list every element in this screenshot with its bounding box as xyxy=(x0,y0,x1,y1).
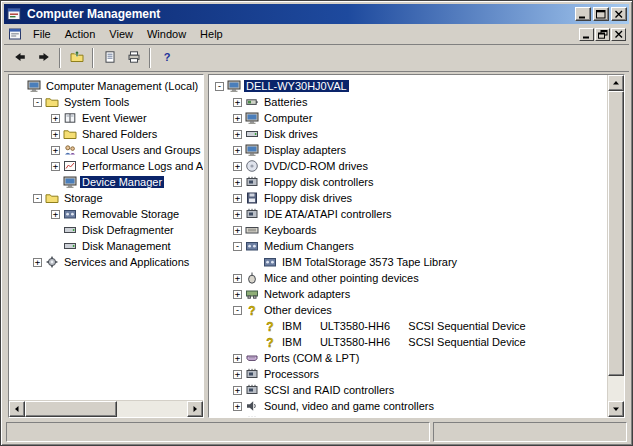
tree-item[interactable]: +Sound, video and game controllers xyxy=(212,398,607,414)
forward-button[interactable] xyxy=(32,47,55,69)
tree-item[interactable]: +Shared Folders xyxy=(12,126,203,142)
expand-toggle[interactable]: - xyxy=(230,306,245,315)
expand-plus-icon[interactable]: + xyxy=(51,162,60,171)
collapse-minus-icon[interactable]: - xyxy=(215,82,224,91)
tree-item[interactable]: +Processors xyxy=(212,366,607,382)
tree-item[interactable]: +Local Users and Groups xyxy=(12,142,203,158)
title-bar[interactable]: Computer Management xyxy=(4,4,629,24)
expand-toggle[interactable]: + xyxy=(230,402,245,411)
expand-toggle[interactable]: - xyxy=(30,98,45,107)
menu-view[interactable]: View xyxy=(102,26,140,42)
expand-toggle[interactable]: + xyxy=(48,114,63,123)
expand-toggle[interactable]: + xyxy=(230,274,245,283)
expand-toggle[interactable]: + xyxy=(230,290,245,299)
tree-item[interactable]: +DVD/CD-ROM drives xyxy=(212,158,607,174)
expand-plus-icon[interactable]: + xyxy=(233,354,242,363)
expand-toggle[interactable]: + xyxy=(230,114,245,123)
expand-plus-icon[interactable]: + xyxy=(233,178,242,187)
expand-plus-icon[interactable]: + xyxy=(233,162,242,171)
expand-plus-icon[interactable]: + xyxy=(51,130,60,139)
expand-toggle[interactable]: + xyxy=(230,194,245,203)
expand-plus-icon[interactable]: + xyxy=(233,402,242,411)
tree-item[interactable]: +Batteries xyxy=(212,94,607,110)
child-restore-button[interactable] xyxy=(595,28,610,41)
tree-item[interactable]: Computer Management (Local) xyxy=(12,78,203,94)
scroll-left-button[interactable] xyxy=(9,401,25,417)
expand-plus-icon[interactable]: + xyxy=(233,194,242,203)
tree-item[interactable]: Disk Defragmenter xyxy=(12,222,203,238)
expand-plus-icon[interactable]: + xyxy=(233,290,242,299)
tree-item[interactable]: Device Manager xyxy=(12,174,203,190)
tree-item[interactable]: +Disk drives xyxy=(212,126,607,142)
tree-item[interactable]: +Floppy disk drives xyxy=(212,190,607,206)
tree-item[interactable]: Disk Management xyxy=(12,238,203,254)
collapse-minus-icon[interactable]: - xyxy=(233,242,242,251)
tree-item[interactable]: +System devices xyxy=(212,414,607,417)
expand-toggle[interactable]: - xyxy=(212,82,227,91)
expand-plus-icon[interactable]: + xyxy=(233,114,242,123)
tree-item[interactable]: +Performance Logs and Alert: xyxy=(12,158,203,174)
tree-item[interactable]: ?IBM ULT3580-HH6 SCSI Sequential Device xyxy=(212,334,607,350)
expand-toggle[interactable]: + xyxy=(230,178,245,187)
expand-toggle[interactable]: + xyxy=(230,354,245,363)
scroll-track[interactable] xyxy=(608,91,624,401)
tree-item[interactable]: +Network adapters xyxy=(212,286,607,302)
tree-item[interactable]: -Medium Changers xyxy=(212,238,607,254)
scroll-track[interactable] xyxy=(25,401,187,417)
child-close-button[interactable] xyxy=(611,28,626,41)
tree-item[interactable]: +SCSI and RAID controllers xyxy=(212,382,607,398)
expand-plus-icon[interactable]: + xyxy=(51,210,60,219)
tree-item[interactable]: IBM TotalStorage 3573 Tape Library xyxy=(212,254,607,270)
expand-plus-icon[interactable]: + xyxy=(233,146,242,155)
expand-toggle[interactable]: + xyxy=(230,210,245,219)
tree-item[interactable]: -DELL-WY30HJ0VAL xyxy=(212,78,607,94)
tree-item[interactable]: +Floppy disk controllers xyxy=(212,174,607,190)
expand-toggle[interactable]: + xyxy=(230,98,245,107)
tree-item[interactable]: +Removable Storage xyxy=(12,206,203,222)
up-one-level-button[interactable] xyxy=(65,47,88,69)
scroll-down-button[interactable] xyxy=(608,401,624,417)
menu-file[interactable]: File xyxy=(26,26,58,42)
expand-toggle[interactable]: + xyxy=(230,162,245,171)
print-button[interactable] xyxy=(122,47,145,69)
collapse-minus-icon[interactable]: - xyxy=(33,194,42,203)
tree-item[interactable]: +Event Viewer xyxy=(12,110,203,126)
scroll-thumb[interactable] xyxy=(608,91,624,376)
tree-item[interactable]: +Computer xyxy=(212,110,607,126)
properties-button[interactable] xyxy=(98,47,121,69)
console-document-icon[interactable] xyxy=(8,27,24,41)
tree-item[interactable]: +Keyboards xyxy=(212,222,607,238)
close-button[interactable] xyxy=(611,7,627,21)
tree-item[interactable]: +IDE ATA/ATAPI controllers xyxy=(212,206,607,222)
expand-toggle[interactable]: + xyxy=(48,146,63,155)
expand-plus-icon[interactable]: + xyxy=(51,146,60,155)
expand-plus-icon[interactable]: + xyxy=(233,98,242,107)
help-button[interactable]: ? xyxy=(155,47,178,69)
scroll-right-button[interactable] xyxy=(187,401,203,417)
expand-toggle[interactable]: + xyxy=(230,226,245,235)
expand-toggle[interactable]: + xyxy=(30,258,45,267)
expand-plus-icon[interactable]: + xyxy=(233,130,242,139)
scroll-thumb[interactable] xyxy=(25,401,117,417)
tree-item[interactable]: +Display adapters xyxy=(212,142,607,158)
scroll-up-button[interactable] xyxy=(608,75,624,91)
menu-window[interactable]: Window xyxy=(140,26,193,42)
expand-toggle[interactable]: + xyxy=(230,370,245,379)
maximize-button[interactable] xyxy=(593,7,609,21)
menu-action[interactable]: Action xyxy=(58,26,103,42)
expand-toggle[interactable]: + xyxy=(230,146,245,155)
tree-item[interactable]: +Services and Applications xyxy=(12,254,203,270)
expand-toggle[interactable]: + xyxy=(48,162,63,171)
expand-plus-icon[interactable]: + xyxy=(51,114,60,123)
expand-plus-icon[interactable]: + xyxy=(233,386,242,395)
collapse-minus-icon[interactable]: - xyxy=(233,306,242,315)
expand-toggle[interactable]: + xyxy=(48,210,63,219)
tree-item[interactable]: ?IBM ULT3580-HH6 SCSI Sequential Device xyxy=(212,318,607,334)
child-minimize-button[interactable] xyxy=(579,28,594,41)
expand-toggle[interactable]: - xyxy=(230,242,245,251)
tree-item[interactable]: -?Other devices xyxy=(212,302,607,318)
expand-toggle[interactable]: + xyxy=(48,130,63,139)
tree-item[interactable]: +Ports (COM & LPT) xyxy=(212,350,607,366)
back-button[interactable] xyxy=(8,47,31,69)
menu-help[interactable]: Help xyxy=(193,26,230,42)
